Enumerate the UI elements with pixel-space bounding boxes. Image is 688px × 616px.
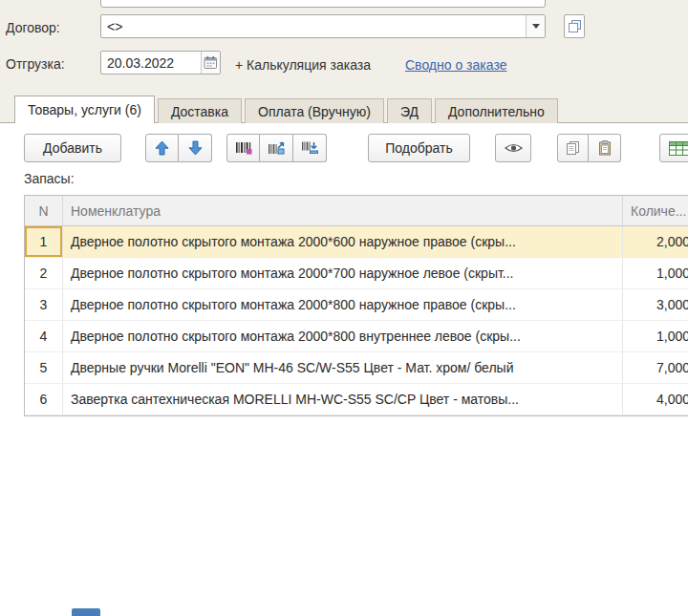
tab-delivery[interactable]: Доставка bbox=[158, 98, 242, 123]
paste-icon bbox=[597, 140, 613, 156]
tab-bar: Товары, услуги (6) Доставка Оплата (Вруч… bbox=[14, 96, 561, 123]
order-summary-link[interactable]: Сводно о заказе bbox=[405, 57, 506, 73]
column-header-n[interactable]: N bbox=[25, 196, 63, 225]
clipboard-buttons-group bbox=[557, 134, 621, 162]
goods-tab-content: Добавить bbox=[0, 122, 688, 616]
tab-additional[interactable]: Дополнительно bbox=[435, 98, 558, 123]
tab-goods-services[interactable]: Товары, услуги (6) bbox=[14, 96, 155, 123]
pick-button[interactable]: Подобрать bbox=[368, 134, 470, 162]
table-row[interactable]: 6 Завертка сантехническая MORELLI MH-WC-… bbox=[25, 384, 688, 415]
contract-input[interactable]: <> bbox=[100, 14, 546, 38]
table-row[interactable]: 5 Дверные ручки Morelli "EON" MH-46 SC/W… bbox=[25, 352, 688, 384]
copy-icon bbox=[566, 140, 581, 156]
row-number-cell[interactable]: 2 bbox=[25, 258, 63, 288]
open-windows-icon bbox=[569, 20, 581, 32]
row-qty-cell[interactable]: 2,000 bbox=[623, 226, 688, 257]
shipping-date-input[interactable]: 20.03.2022 bbox=[100, 51, 221, 74]
shipping-label: Отгрузка: bbox=[6, 56, 65, 72]
row-name-cell[interactable]: Дверное полотно скрытого монтажа 2000*70… bbox=[63, 258, 623, 288]
row-qty-cell[interactable]: 3,000 bbox=[623, 289, 688, 320]
barcode-save-button[interactable] bbox=[293, 134, 327, 162]
contract-value: <> bbox=[101, 19, 526, 34]
move-down-button[interactable] bbox=[179, 134, 212, 162]
row-name-cell[interactable]: Дверное полотно скрытого монтажа 2000*60… bbox=[63, 226, 623, 257]
contract-label: Договор: bbox=[6, 20, 60, 35]
row-number-cell[interactable]: 4 bbox=[25, 321, 63, 351]
row-name-cell[interactable]: Дверные ручки Morelli "EON" MH-46 SC/W-S… bbox=[63, 352, 623, 383]
table-row[interactable]: 4 Дверное полотно скрытого монтажа 2000*… bbox=[25, 321, 688, 352]
table-row[interactable]: 2 Дверное полотно скрытого монтажа 2000*… bbox=[25, 258, 688, 289]
barcode-icon bbox=[235, 140, 252, 156]
table-row[interactable]: 1 Дверное полотно скрытого монтажа 2000*… bbox=[25, 226, 688, 258]
row-qty-cell[interactable]: 4,000 bbox=[623, 384, 688, 414]
visibility-button[interactable] bbox=[495, 134, 531, 162]
order-form: Договор: <> Отгрузка: 20.03.2022 bbox=[0, 0, 688, 616]
table-settings-button[interactable] bbox=[659, 134, 688, 162]
copy-button[interactable] bbox=[557, 134, 589, 162]
chevron-down-icon bbox=[532, 24, 540, 29]
move-up-button[interactable] bbox=[145, 134, 179, 162]
tab-payment[interactable]: Оплата (Вручную) bbox=[245, 98, 384, 123]
column-header-nomenclature[interactable]: Номенклатура bbox=[63, 196, 623, 225]
calendar-button[interactable] bbox=[201, 52, 220, 74]
column-header-quantity[interactable]: Количе... bbox=[623, 196, 688, 225]
row-qty-cell[interactable]: 7,000 bbox=[623, 352, 688, 383]
add-button[interactable]: Добавить bbox=[24, 134, 121, 162]
barcode-save-icon bbox=[301, 140, 318, 156]
row-name-cell[interactable]: Завертка сантехническая MORELLI MH-WC-S5… bbox=[63, 384, 623, 414]
inventory-section-label: Запасы: bbox=[24, 171, 75, 186]
move-buttons-group bbox=[145, 134, 212, 162]
row-number-cell[interactable]: 6 bbox=[25, 384, 63, 414]
top-partial-field[interactable] bbox=[100, 0, 546, 8]
row-qty-cell[interactable]: 1,000 bbox=[623, 258, 688, 288]
contract-dropdown-button[interactable] bbox=[526, 15, 545, 37]
barcode-buttons-group bbox=[226, 134, 327, 162]
arrow-down-icon bbox=[188, 140, 203, 156]
row-number-cell[interactable]: 5 bbox=[25, 352, 63, 383]
row-name-cell[interactable]: Дверное полотно скрытого монтажа 2000*80… bbox=[63, 289, 623, 320]
table-header-row: N Номенклатура Количе... bbox=[25, 196, 688, 226]
barcode-scan-button[interactable] bbox=[226, 134, 260, 162]
contract-open-button[interactable] bbox=[564, 14, 585, 38]
row-number-cell[interactable]: 1 bbox=[25, 226, 63, 257]
bottom-edge-artifact bbox=[72, 608, 100, 616]
eye-icon bbox=[505, 142, 523, 154]
paste-button[interactable] bbox=[589, 134, 621, 162]
row-qty-cell[interactable]: 1,000 bbox=[623, 321, 688, 351]
calendar-icon bbox=[204, 55, 218, 70]
tab-ed[interactable]: ЭД bbox=[387, 98, 432, 123]
inventory-table: N Номенклатура Количе... 1 Дверное полот… bbox=[24, 195, 688, 416]
order-calculation-command[interactable]: + Калькуляция заказа bbox=[235, 57, 371, 73]
row-name-cell[interactable]: Дверное полотно скрытого монтажа 2000*80… bbox=[63, 321, 623, 351]
table-grid-icon bbox=[669, 140, 688, 156]
table-row[interactable]: 3 Дверное полотно скрытого монтажа 2000*… bbox=[25, 289, 688, 321]
barcode-load-button[interactable] bbox=[260, 134, 293, 162]
shipping-date-value: 20.03.2022 bbox=[101, 55, 201, 71]
arrow-up-icon bbox=[155, 140, 169, 156]
barcode-load-icon bbox=[268, 140, 285, 156]
row-number-cell[interactable]: 3 bbox=[25, 289, 63, 320]
